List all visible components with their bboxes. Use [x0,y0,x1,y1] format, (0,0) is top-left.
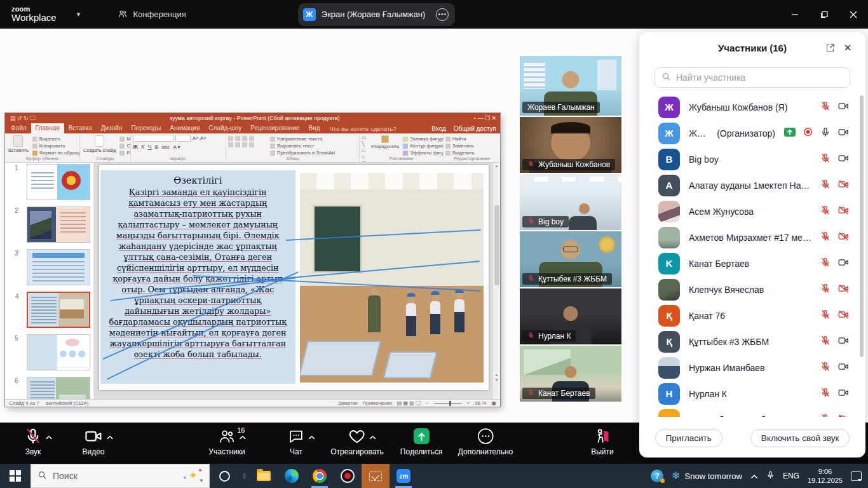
shape-fill-button[interactable]: Заливка фигуры [403,136,444,142]
camera-off-icon[interactable] [838,284,849,295]
snipping-tool-icon[interactable] [362,464,390,488]
mic-muted-icon[interactable] [820,231,831,244]
toolbar-chat-button[interactable]: Чат [288,428,304,456]
font-style-buttons[interactable]: Ж К Ч S abcA ▾ [133,144,224,150]
fit-slide-button[interactable]: ▣ [491,400,496,406]
close-button[interactable] [839,0,868,29]
mic-muted-icon[interactable] [820,153,831,166]
slide-thumbnail-1[interactable]: 1 [27,164,90,200]
ppt-tab-6[interactable]: Слайд-шоу [204,123,246,133]
tell-me-box[interactable]: Что вы хотите сделать? [329,125,396,132]
camera-icon[interactable] [838,154,849,165]
tray-mic-icon[interactable] [766,470,775,482]
chevron-up-icon[interactable] [308,433,315,442]
comments-button[interactable]: Примечания [363,400,392,406]
video-tile-4[interactable]: Нурлан К [520,288,621,344]
view-buttons[interactable]: ▤ ▦ ▥ 🖵 [397,400,421,407]
slide-thumbnail-2[interactable]: 2 [27,207,90,243]
video-tile-0[interactable]: Жораев Ғалымжан [520,56,621,116]
search-participant-input[interactable]: Найти участника [654,67,850,88]
help-tray-icon[interactable]: ? [651,470,663,482]
participant-row[interactable]: ННурлан К [639,381,860,407]
chevron-up-icon[interactable] [46,433,53,442]
slide-thumbnail-6[interactable]: 6 [27,377,90,399]
sign-in-link[interactable]: Вход [431,125,446,132]
tab-screen-share[interactable]: Ж Экран (Жораев Ғалымжан) ••• [298,3,455,26]
font-size-box[interactable] [175,135,191,142]
participant-row[interactable]: ҚҚұттыбек #3 ЖББМ [639,329,860,355]
text-direction-button[interactable]: Направление текста [270,136,335,142]
camera-off-icon[interactable] [838,180,849,191]
close-panel-icon[interactable]: ✕ [843,43,853,53]
zoom-percentage[interactable]: 96 % [475,400,486,406]
ppt-tab-7[interactable]: Рецензирование [246,123,304,133]
recorder-icon[interactable] [334,464,362,488]
participants-scrollbar[interactable] [860,95,864,407]
participant-row[interactable]: Нуржан Иманбаев [639,355,860,381]
quick-access-toolbar[interactable]: ▤ ↺ ↻ 🖵 [10,115,36,122]
share-link[interactable]: Общий доступ [454,125,496,132]
cortana-icon[interactable] [210,471,239,482]
zoom-app-icon[interactable]: zm [390,464,417,488]
camera-icon[interactable] [838,102,849,113]
shape-effects-button[interactable]: Эффекты фигуры [403,150,444,156]
mic-muted-icon[interactable] [820,336,831,348]
copy-button[interactable]: Копировать [32,143,80,149]
toolbar-more-button[interactable]: Дополнительно [458,428,513,456]
mic-muted-icon[interactable] [820,283,831,296]
file-explorer-icon[interactable] [250,464,278,488]
participant-row[interactable]: Ахметов Мирзахмет #17 мектеп [639,224,860,250]
align-text-button[interactable]: Выровнять текст [270,143,335,149]
cut-button[interactable]: Вырезать [32,136,80,142]
camera-icon[interactable] [838,258,849,269]
video-tile-3[interactable]: Құттыбек #3 ЖББМ [520,231,621,287]
select-button[interactable]: Выделить [445,150,475,156]
action-center-icon[interactable] [851,471,862,481]
new-slide-button[interactable]: Создать слайд [82,135,117,156]
camera-off-icon[interactable] [838,310,849,322]
mic-muted-icon[interactable] [820,414,831,417]
ppt-tab-5[interactable]: Анимация [165,123,204,133]
participant-row[interactable]: ССултанбеков Нурбакыт Амангельд... [639,407,860,417]
font-name-box[interactable] [133,135,173,142]
start-button[interactable] [0,464,31,488]
mic-muted-icon[interactable] [820,179,831,192]
chrome-icon[interactable] [306,464,334,488]
participant-row[interactable]: Асем Жунусова [639,198,860,224]
ppt-window-controls[interactable]: ▫ — ❐ ✕ [474,115,496,121]
chevron-up-icon[interactable] [239,433,246,442]
language-indicator[interactable]: английский (США) [46,400,89,406]
video-tile-5[interactable]: Канат Бертаев [520,346,621,402]
participant-row[interactable]: Клепчук Вячеслав [639,276,860,302]
camera-icon[interactable] [838,128,849,139]
toolbar-heart-button[interactable]: Отреагировать [330,428,384,456]
slide-text-box[interactable]: Өзектілігі Қазіргі заманда ел қауіпсізді… [100,170,295,384]
camera-off-icon[interactable] [838,206,849,217]
tab-conference[interactable]: Конференция [118,9,186,20]
section-button[interactable]: Раздел [119,150,131,156]
minimize-button[interactable] [780,0,810,29]
chevron-down-icon[interactable]: ▼ [76,11,82,18]
toolbar-share-button[interactable]: Поделиться [400,428,442,456]
camera-icon[interactable] [838,336,849,348]
toolbar-camera-button[interactable]: Видео [82,428,104,456]
camera-off-icon[interactable] [838,232,849,243]
toolbar-people-button[interactable]: 16Участники [208,428,245,456]
video-tile-1[interactable]: Жубаныш Кожбанов [520,117,621,173]
zoom-out-button[interactable]: − [426,400,429,406]
camera-icon[interactable] [838,388,849,400]
ppt-tab-0[interactable]: Файл [6,123,31,133]
popout-icon[interactable] [825,43,835,53]
slide-thumbnail-4[interactable]: 4 [27,292,90,328]
participant-row[interactable]: ЖЖубаныш Кожбанов (Я) [639,94,860,120]
participant-row[interactable]: ҚҚанат 76 [639,302,860,329]
video-tile-2[interactable]: Big boy [520,174,621,230]
replace-button[interactable]: Заменить [445,143,475,149]
shapes-gallery[interactable]: ▭ ╲ □ ○ ⬭△ ⇨ ☆ { } [362,135,367,156]
participant-row[interactable]: KКанат Бертаев [639,250,860,276]
invite-button[interactable]: Пригласить [655,429,722,447]
maximize-button[interactable] [810,0,839,29]
mic-muted-icon[interactable] [820,205,831,218]
language-indicator[interactable]: ENG [783,471,799,480]
mic-muted-icon[interactable] [820,388,831,400]
